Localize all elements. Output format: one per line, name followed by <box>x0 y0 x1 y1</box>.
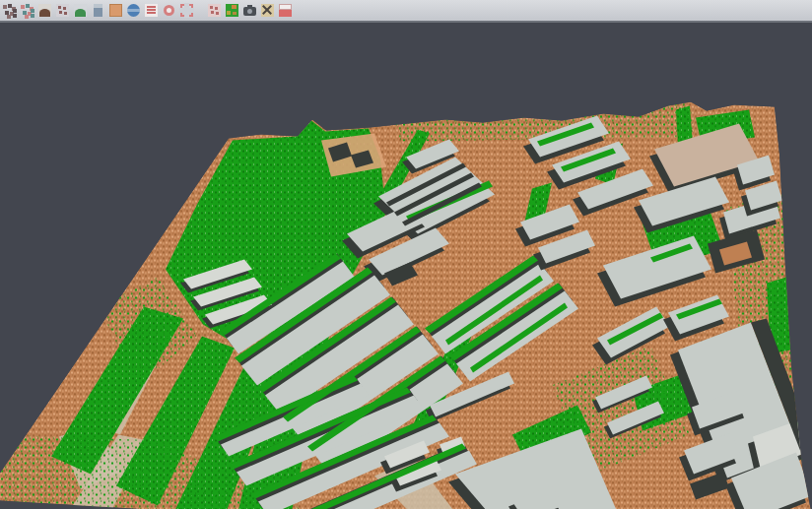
dem-glyph <box>73 3 88 18</box>
reset-view-icon[interactable] <box>278 3 293 18</box>
dem-icon[interactable] <box>73 3 88 18</box>
delete-selection-glyph <box>260 3 275 18</box>
attribute-table-glyph <box>144 3 159 18</box>
classified-cloud-icon[interactable] <box>20 3 34 18</box>
brush-selection-glyph <box>207 3 222 18</box>
attribute-table-icon[interactable] <box>144 3 159 18</box>
classified-cloud-glyph <box>20 3 34 18</box>
profile-view-glyph <box>91 3 105 18</box>
terrain-model <box>0 100 812 509</box>
orthomosaic-glyph <box>108 3 123 18</box>
reset-view-glyph <box>278 3 293 18</box>
camera-glyph <box>242 3 257 18</box>
viewport-3d[interactable] <box>0 23 812 509</box>
brush-selection-icon[interactable] <box>207 3 222 18</box>
dense-cloud-glyph <box>2 3 17 18</box>
rectangle-selection-glyph <box>179 3 194 18</box>
delete-selection-icon[interactable] <box>260 3 275 18</box>
circle-selection-icon[interactable] <box>162 3 176 18</box>
dense-cloud-icon[interactable] <box>2 3 17 18</box>
circle-selection-glyph <box>162 3 176 18</box>
rectangle-selection-icon[interactable] <box>179 3 194 18</box>
globe-icon[interactable] <box>126 3 141 18</box>
mesh-icon[interactable] <box>37 3 52 18</box>
camera-icon[interactable] <box>242 3 257 18</box>
classification-glyph <box>225 3 239 18</box>
tie-points-glyph <box>55 3 70 18</box>
classification-icon[interactable] <box>225 3 239 18</box>
mesh-glyph <box>37 3 52 18</box>
toolbar <box>0 0 812 23</box>
profile-view-icon[interactable] <box>91 3 105 18</box>
model-canvas[interactable] <box>0 23 812 509</box>
orthomosaic-icon[interactable] <box>108 3 123 18</box>
tie-points-icon[interactable] <box>55 3 70 18</box>
globe-glyph <box>126 3 141 18</box>
application-window <box>0 0 812 509</box>
